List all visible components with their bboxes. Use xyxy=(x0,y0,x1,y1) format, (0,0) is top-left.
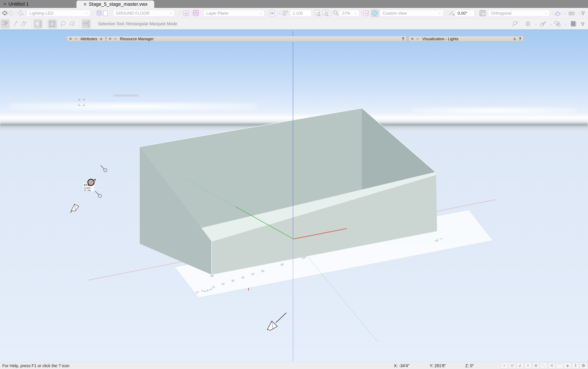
layer-scale-button[interactable] xyxy=(282,9,290,17)
forward-button[interactable] xyxy=(8,9,16,17)
chevron-down-icon[interactable]: ∨ xyxy=(279,12,280,15)
attribute-mapping-button[interactable] xyxy=(511,20,520,28)
help-message: For Help, press F1 or click the ? icon xyxy=(2,363,69,368)
drawing-viewport[interactable]: FT 0 10 20 30 40 50 60 80 100 xyxy=(0,29,588,362)
scale-field[interactable]: 1:100 xyxy=(290,10,311,17)
fit-to-page-button[interactable] xyxy=(322,9,329,17)
separator xyxy=(31,20,31,27)
minimize-icon[interactable]: − xyxy=(417,37,419,41)
saved-views-value: Lighting-LED xyxy=(30,11,84,16)
snap-loupe-button[interactable]: ◈ xyxy=(564,362,571,369)
snap-to-intersection-button[interactable]: × xyxy=(524,362,532,369)
light-direction-arrow-left[interactable] xyxy=(70,204,79,213)
palette-resource-manager[interactable]: ✕ − Resource Manager ? xyxy=(106,36,407,42)
chevron-down-icon[interactable]: ∨ xyxy=(535,23,537,26)
tab-stage-master[interactable]: ✕ Stage_5_stage_master.vwx xyxy=(77,0,154,8)
page-icon xyxy=(101,9,110,17)
help-icon[interactable]: ? xyxy=(519,37,521,41)
plane-dropdown[interactable]: Layer Plane ∨ xyxy=(204,10,265,17)
projection-dropdown[interactable]: Orthogonal ∨ xyxy=(488,10,550,17)
smart-edge-button[interactable]: ∢ xyxy=(548,362,555,369)
multiple-object-mode-button[interactable] xyxy=(19,20,28,28)
light-object-2[interactable] xyxy=(95,191,101,197)
class-mapping-button[interactable] xyxy=(553,20,562,28)
marquee-rectangle-icon xyxy=(48,20,56,28)
palette-title: Visualization - Lights xyxy=(422,37,458,41)
angle-field[interactable]: 0.00° xyxy=(455,10,475,17)
menu-icon[interactable]: ≡ xyxy=(100,37,102,41)
separator xyxy=(46,20,46,27)
viewport-frame-button[interactable] xyxy=(569,20,578,28)
minimize-icon[interactable]: − xyxy=(114,37,116,41)
walkthrough-button[interactable] xyxy=(448,9,456,17)
smart-points-button[interactable]: ⊞ xyxy=(532,362,539,369)
send-layer-up-button[interactable] xyxy=(182,9,190,17)
light-direction-arrow-bottom[interactable] xyxy=(267,313,286,330)
fit-to-objects-button[interactable] xyxy=(314,9,322,17)
class-options-button[interactable] xyxy=(268,9,276,17)
zoom-tool-button[interactable] xyxy=(332,9,340,17)
rectangular-marquee-mode-button[interactable] xyxy=(48,20,57,28)
tab-label[interactable]: Untitled 1 xyxy=(9,1,29,7)
projection-value: Orthogonal xyxy=(491,11,543,16)
snap-to-grid-button[interactable]: + xyxy=(501,362,508,369)
zigzag-arrow-icon xyxy=(12,20,20,28)
hexagon-chain-icon xyxy=(554,20,561,28)
snap-to-angle-button[interactable]: ∠ xyxy=(517,362,524,369)
unified-view-button[interactable] xyxy=(371,9,379,17)
teapot-chain-icon xyxy=(539,20,547,28)
menu-icon[interactable]: ≡ xyxy=(513,37,516,41)
layer-dropdown[interactable]: GROUND FLOOR ∨ xyxy=(113,10,175,17)
render-mode-button[interactable] xyxy=(554,9,562,17)
palette-title: Resource Manager xyxy=(120,37,154,41)
suspend-snapping-button[interactable]: ‖ xyxy=(572,362,579,369)
layer-page-button[interactable] xyxy=(101,9,110,17)
working-plane-indicator xyxy=(79,99,84,105)
snap-to-object-button[interactable]: ⊡ xyxy=(508,362,516,369)
disable-interactive-scaling-button[interactable] xyxy=(1,20,10,28)
tab-label: Stage_5_stage_master.vwx xyxy=(89,1,148,7)
zoom-dropdown[interactable]: 27% ∨ xyxy=(339,10,359,17)
render-options-button[interactable] xyxy=(538,20,547,28)
chevron-down-icon[interactable]: ∨ xyxy=(564,12,566,15)
snap-to-tangent-button[interactable]: ⌒ xyxy=(556,362,563,369)
viewport-window-button[interactable] xyxy=(362,9,370,17)
snap-object-icon: ⊡ xyxy=(510,363,514,368)
help-icon[interactable]: ? xyxy=(402,37,404,41)
unrestricted-scaling-mode-button[interactable] xyxy=(82,20,91,28)
cursor-z-coordinate: Z: 0" xyxy=(465,363,474,368)
close-icon[interactable]: ✕ xyxy=(69,37,72,41)
chevron-down-icon[interactable]: ∨ xyxy=(565,23,567,26)
snapping-settings-button[interactable]: ⚙ xyxy=(580,362,587,369)
tool-options-overflow-button[interactable]: ▽ xyxy=(581,21,584,27)
palette-attributes[interactable]: ✕ − Attributes ≡ ? xyxy=(67,36,106,42)
separator xyxy=(361,10,361,16)
back-button[interactable] xyxy=(0,9,8,17)
multiple-view-panes-button[interactable] xyxy=(478,9,487,17)
forward-arrow-icon xyxy=(8,9,16,17)
saved-views-dropdown[interactable]: Lighting-LED ∨ xyxy=(27,10,90,17)
close-icon[interactable]: ✕ xyxy=(411,37,414,41)
tool-preferences-button[interactable]: ⚙ xyxy=(523,20,532,28)
minimize-icon[interactable]: − xyxy=(75,37,77,41)
gear-icon: ⚙ xyxy=(581,363,585,368)
light-object-1[interactable] xyxy=(100,165,107,172)
close-icon[interactable]: ✕ xyxy=(109,37,111,41)
close-icon[interactable]: ✕ xyxy=(3,2,7,6)
chevron-down-icon[interactable]: ∨ xyxy=(550,23,552,26)
snap-to-distance-button[interactable]: ⋱ xyxy=(540,362,548,369)
lasso-mode-button[interactable] xyxy=(59,20,68,28)
interactive-scaling-mode-button[interactable] xyxy=(34,20,42,28)
fit-page-icon xyxy=(322,9,329,17)
heliodon-object[interactable]: 17:00 London 24. July xyxy=(83,179,96,191)
palette-visualization-lights[interactable]: ✕ − Visualization - Lights ≡ ? xyxy=(408,36,524,42)
send-layer-down-button[interactable] xyxy=(192,9,200,17)
saved-views-button[interactable] xyxy=(17,9,25,17)
tab-untitled[interactable]: ✕ Untitled 1 xyxy=(3,0,29,8)
view-dropdown[interactable]: Custom View ∨ xyxy=(380,10,443,17)
stereo-view-button[interactable] xyxy=(568,9,576,17)
close-icon[interactable]: ✕ xyxy=(83,2,87,6)
polygon-lasso-mode-button[interactable] xyxy=(68,20,77,28)
toolbar-overflow-button[interactable]: ▽ xyxy=(581,10,585,16)
chevron-down-icon[interactable]: ∨ xyxy=(578,12,580,15)
